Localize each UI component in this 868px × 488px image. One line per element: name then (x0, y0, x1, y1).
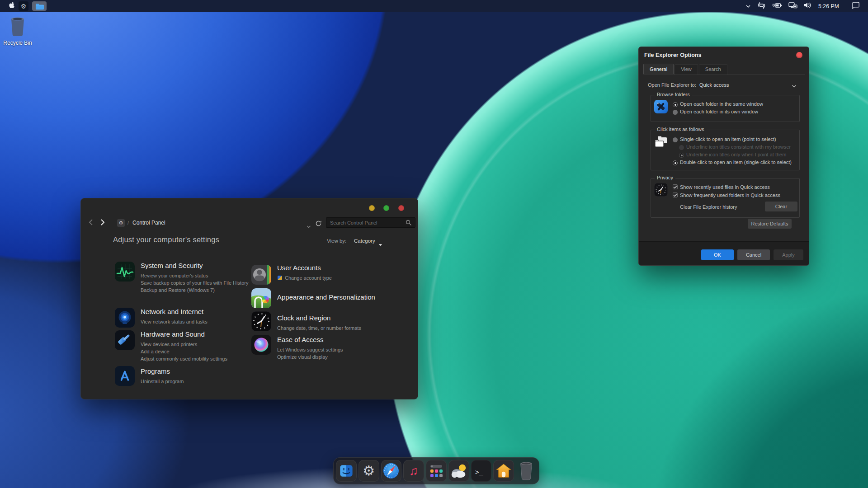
privacy-group: Privacy Show recently used files in Quic… (651, 178, 800, 218)
dock-music-icon[interactable]: ♫ (403, 460, 424, 482)
link-mobility-settings[interactable]: Adjust commonly used mobility settings (141, 355, 262, 362)
menubar-control-panel-icon[interactable]: ⚙ (19, 1, 28, 11)
tray-volume-icon[interactable] (804, 2, 812, 10)
clear-button[interactable]: Clear (765, 202, 797, 211)
view-by-label: View by: (327, 238, 346, 244)
radio-single-click[interactable] (673, 137, 678, 142)
click-items-icon (654, 135, 668, 150)
link-uninstall-program[interactable]: Uninstall a program (141, 378, 262, 385)
dock-home-icon[interactable] (493, 460, 514, 482)
tray-network-icon[interactable] (788, 2, 797, 11)
tab-search[interactable]: Search (699, 64, 727, 75)
hardware-sound-icon[interactable] (115, 330, 135, 350)
control-panel-crumb-icon[interactable]: ⚙ (117, 219, 125, 227)
user-accounts-icon[interactable] (251, 265, 271, 285)
link-devices-printers[interactable]: View devices and printers (141, 341, 262, 348)
tab-general[interactable]: General (643, 64, 674, 74)
checkbox-frequent-folders[interactable] (673, 192, 678, 197)
view-by-caret-icon[interactable] (378, 240, 382, 249)
radio-single-click-label[interactable]: Single-click to open an item (point to s… (680, 136, 776, 142)
click-items-legend: Click items as follows (655, 127, 707, 132)
category-programs[interactable]: Programs (141, 367, 262, 375)
dock-safari-icon[interactable] (381, 460, 402, 482)
radio-own-window[interactable] (673, 110, 678, 115)
radio-same-window[interactable] (673, 102, 678, 107)
recycle-bin-label: Recycle Bin (0, 40, 35, 46)
address-dropdown-icon[interactable] (307, 222, 311, 230)
refresh-icon[interactable] (315, 220, 322, 229)
dock-finder-icon[interactable] (336, 460, 357, 482)
forward-button[interactable] (99, 218, 106, 228)
programs-icon[interactable] (115, 366, 135, 386)
category-appearance-personalization[interactable]: Appearance and Personalization (277, 293, 398, 301)
tray-sync-icon[interactable] (757, 1, 766, 11)
appearance-personalization-icon[interactable] (251, 288, 271, 308)
network-internet-icon[interactable] (115, 308, 135, 328)
link-review-status[interactable]: Review your computer's status (141, 272, 262, 279)
action-center-icon[interactable] (852, 2, 860, 11)
restore-defaults-button[interactable]: Restore Defaults (748, 219, 792, 229)
minimize-button[interactable] (369, 205, 375, 211)
category-ease-of-access[interactable]: Ease of Access (277, 336, 398, 344)
privacy-legend: Privacy (655, 175, 675, 180)
recycle-bin[interactable]: Recycle Bin (0, 16, 35, 46)
breadcrumb-title[interactable]: Control Panel (132, 220, 165, 226)
checkbox-recent-files[interactable] (673, 184, 678, 189)
category-clock-region[interactable]: Clock and Region (277, 314, 398, 322)
search-icon[interactable] (406, 220, 412, 228)
dock-launchpad-icon[interactable] (426, 460, 447, 482)
dock-terminal-icon[interactable]: >_ (471, 460, 492, 482)
dialog-close-button[interactable] (796, 52, 802, 58)
category-system-security[interactable]: System and Security (141, 262, 262, 270)
click-items-group: Click items as follows Single-click to o… (651, 130, 800, 170)
zoom-button[interactable] (383, 205, 389, 211)
apply-button: Apply (774, 249, 803, 260)
radio-own-window-label[interactable]: Open each folder in its own window (680, 109, 758, 114)
radio-double-click[interactable] (673, 160, 678, 165)
radio-same-window-label[interactable]: Open each folder in the same window (680, 101, 763, 107)
category-hardware-sound[interactable]: Hardware and Sound (141, 330, 262, 338)
radio-underline-browser (679, 145, 684, 150)
cancel-button[interactable]: Cancel (737, 249, 770, 260)
link-file-history[interactable]: Save backup copies of your files with Fi… (141, 279, 256, 286)
checkbox-frequent-folders-label[interactable]: Show frequently used folders in Quick ac… (680, 192, 780, 198)
apple-menu-icon[interactable] (8, 1, 15, 11)
view-by-select[interactable]: Category (354, 238, 375, 244)
back-button[interactable] (87, 218, 94, 228)
link-date-time-formats[interactable]: Change date, time, or number formats (277, 324, 398, 332)
clock-region-icon[interactable] (251, 311, 271, 331)
radio-double-click-label[interactable]: Double-click to open an item (single-cli… (680, 160, 792, 165)
page-heading: Adjust your computer's settings (113, 235, 219, 244)
link-add-device[interactable]: Add a device (141, 348, 262, 355)
link-backup-restore[interactable]: Backup and Restore (Windows 7) (141, 286, 262, 294)
dock-weather-icon[interactable] (448, 460, 469, 482)
category-network-internet[interactable]: Network and Internet (141, 308, 262, 316)
tab-view[interactable]: View (675, 64, 698, 75)
dock-trash-icon[interactable] (516, 460, 537, 482)
search-input[interactable] (326, 217, 415, 228)
link-suggest-settings[interactable]: Let Windows suggest settings (277, 346, 398, 353)
breadcrumb-separator: / (127, 220, 129, 225)
system-security-icon[interactable] (115, 262, 135, 282)
open-to-select[interactable]: Quick access (699, 82, 729, 88)
dock: ⚙ ♫ >_ (333, 457, 539, 484)
link-optimize-visual[interactable]: Optimize visual display (277, 353, 398, 361)
dock-system-preferences-icon[interactable]: ⚙ (359, 460, 379, 482)
ok-button[interactable]: OK (701, 249, 734, 260)
tray-chevron-down-icon[interactable] (745, 2, 751, 10)
tray-battery-icon[interactable] (772, 2, 782, 10)
link-network-status[interactable]: View network status and tasks (141, 318, 262, 325)
menubar-file-explorer-icon[interactable] (32, 1, 47, 11)
radio-underline-browser-label: Underline icon titles consistent with my… (686, 144, 791, 150)
checkbox-recent-files-label[interactable]: Show recently used files in Quick access (680, 184, 770, 190)
category-user-accounts[interactable]: User Accounts (277, 264, 398, 272)
open-to-chevron-icon[interactable] (792, 84, 797, 89)
ease-of-access-icon[interactable] (251, 335, 271, 355)
dialog-title: File Explorer Options (644, 52, 701, 58)
close-button[interactable] (398, 205, 404, 211)
clock-time[interactable]: 5:26 PM (818, 3, 839, 9)
link-change-account-type[interactable]: Change account type (285, 274, 332, 282)
privacy-clock-icon (654, 183, 668, 197)
launchpad-grid (430, 469, 443, 477)
open-to-label: Open File Explorer to: (648, 82, 696, 88)
